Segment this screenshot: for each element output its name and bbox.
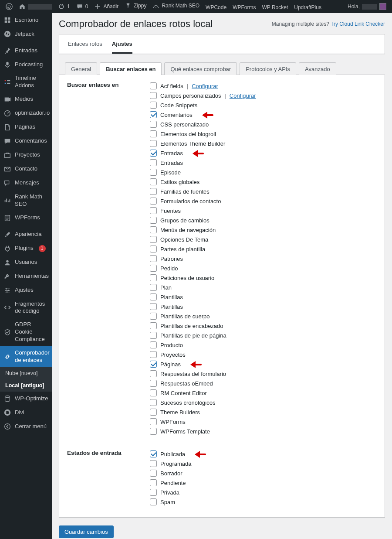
option-publicada[interactable]: Publicada — [150, 449, 377, 459]
menu-podcasting[interactable]: Podcasting — [0, 58, 52, 72]
option-estilos-globales[interactable]: Estilos globales — [150, 177, 377, 187]
option-rm-content-editor[interactable]: RM Content Editor — [150, 388, 377, 398]
option-comentarios[interactable]: Comentarios — [150, 110, 377, 119]
tab-broken-links[interactable]: Enlaces rotos — [68, 34, 102, 54]
menu-medios[interactable]: Medios — [0, 92, 52, 106]
checkbox-24[interactable] — [150, 313, 157, 320]
adminbar-zippy[interactable]: Zippy — [122, 0, 149, 12]
checkbox-18[interactable] — [150, 255, 157, 262]
menu-timeline-addons[interactable]: Timeline Addons — [0, 72, 52, 92]
checkbox-11[interactable] — [150, 188, 157, 195]
option-producto[interactable]: Producto — [150, 340, 377, 350]
checkbox-34[interactable] — [150, 409, 157, 416]
add-new[interactable]: Añadir — [91, 0, 122, 13]
option-plantillas[interactable]: Plantillas — [150, 292, 377, 302]
settings-tab-avanzado[interactable]: Avanzado — [299, 62, 336, 75]
checkbox-21[interactable] — [150, 284, 157, 291]
option-elementos-del-blogroll[interactable]: Elementos del blogroll — [150, 129, 377, 139]
menu-ajustes[interactable]: Ajustes — [0, 283, 52, 297]
menu-comentarios[interactable]: Comentarios — [0, 134, 52, 148]
checkbox-26[interactable] — [150, 332, 157, 339]
menu-fragmentos-de-c-digo[interactable]: Fragmentos de código — [0, 297, 52, 318]
checkbox-3[interactable] — [150, 111, 157, 118]
checkbox-19[interactable] — [150, 265, 157, 272]
checkbox-3[interactable] — [150, 479, 157, 486]
option-theme-builders[interactable]: Theme Builders — [150, 407, 377, 417]
option-acf-fields[interactable]: Acf fields | Configurar — [150, 81, 377, 91]
option-campos-personalizados[interactable]: Campos personalizados | Configurar — [150, 91, 377, 100]
menu-usuarios[interactable]: Usuarios — [0, 256, 52, 270]
submenu-local-antiguo-[interactable]: Local [antiguo] — [0, 379, 52, 392]
submenu-nube-nuevo-[interactable]: Nube [nuevo] — [0, 367, 52, 379]
checkbox-33[interactable] — [150, 399, 157, 406]
option-grupos-de-cambios[interactable]: Grupos de cambios — [150, 215, 377, 225]
option-plantillas-de-cuerpo[interactable]: Plantillas de cuerpo — [150, 311, 377, 321]
option-patrones[interactable]: Patrones — [150, 254, 377, 263]
menu-wpforms[interactable]: WPForms — [0, 211, 52, 225]
option-respuestas-del-formulario[interactable]: Respuestas del formulario — [150, 369, 377, 379]
checkbox-2[interactable] — [150, 102, 157, 109]
adminbar-rank-math-seo[interactable]: Rank Math SEO — [149, 0, 203, 12]
option-plantillas[interactable]: Plantillas — [150, 302, 377, 311]
updates-link[interactable]: 1 — [55, 0, 73, 13]
menu-proyectos[interactable]: Proyectos — [0, 148, 52, 162]
checkbox-1[interactable] — [150, 92, 157, 99]
option-plantillas-de-encabezado[interactable]: Plantillas de encabezado — [150, 321, 377, 331]
checkbox-32[interactable] — [150, 389, 157, 396]
checkbox-20[interactable] — [150, 274, 157, 281]
option-pendiente[interactable]: Pendiente — [150, 478, 377, 488]
menu-wp-optimize[interactable]: WP-Optimize — [0, 392, 52, 406]
settings-tab-protocolos-y-apis[interactable]: Protocolos y APIs — [240, 62, 296, 75]
option-episode[interactable]: Episode — [150, 167, 377, 177]
checkbox-29[interactable] — [150, 361, 157, 368]
option-borrador[interactable]: Borrador — [150, 468, 377, 478]
menu-plugins[interactable]: Plugins1 — [0, 242, 52, 256]
option-peticiones-de-usuario[interactable]: Peticiones de usuario — [150, 273, 377, 283]
menu-escritorio[interactable]: Escritorio — [0, 13, 52, 27]
checkbox-28[interactable] — [150, 351, 157, 358]
option-wpforms[interactable]: WPForms — [150, 417, 377, 426]
checkbox-27[interactable] — [150, 341, 157, 348]
settings-tab-buscar-enlaces-en[interactable]: Buscar enlaces en — [100, 62, 162, 75]
checkbox-30[interactable] — [150, 370, 157, 377]
option-sucesos-cronol-gicos[interactable]: Sucesos cronológicos — [150, 398, 377, 407]
checkbox-6[interactable] — [150, 140, 157, 147]
option-elementos-theme-builder[interactable]: Elementos Theme Builder — [150, 139, 377, 148]
my-account[interactable]: Hola, — [345, 0, 389, 13]
configure-link[interactable]: Configurar — [230, 92, 256, 99]
checkbox-22[interactable] — [150, 293, 157, 300]
menu-rank-math-seo[interactable]: Rank Math SEO — [0, 190, 52, 211]
option-wpforms-template[interactable]: WPForms Template — [150, 426, 377, 436]
checkbox-0[interactable] — [150, 450, 157, 457]
option-entradas[interactable]: Entradas — [150, 148, 377, 158]
menu-divi[interactable]: Divi — [0, 406, 52, 420]
option-men-s-de-navegaci-n[interactable]: Menús de navegación — [150, 225, 377, 235]
checkbox-4[interactable] — [150, 489, 157, 496]
menu-jetpack[interactable]: Jetpack — [0, 27, 52, 41]
option-proyectos[interactable]: Proyectos — [150, 350, 377, 359]
checkbox-17[interactable] — [150, 246, 157, 252]
option-respuestas-oembed[interactable]: Respuestas oEmbed — [150, 379, 377, 388]
adminbar-updraftplus[interactable]: UpdraftPlus — [291, 1, 324, 14]
checkbox-15[interactable] — [150, 226, 157, 233]
checkbox-12[interactable] — [150, 198, 157, 205]
checkbox-35[interactable] — [150, 418, 157, 425]
menu-herramientas[interactable]: Herramientas — [0, 270, 52, 283]
save-button[interactable]: Guardar cambios — [59, 525, 114, 538]
checkbox-9[interactable] — [150, 169, 157, 176]
option-formularios-de-contacto[interactable]: Formularios de contacto — [150, 196, 377, 206]
adminbar-wpcode[interactable]: WPCode — [203, 1, 230, 14]
checkbox-13[interactable] — [150, 207, 157, 214]
checkbox-5[interactable] — [150, 130, 157, 137]
menu-optimizador-io[interactable]: optimizador.io — [0, 106, 52, 120]
checkbox-14[interactable] — [150, 217, 157, 224]
option-opciones-de-tema[interactable]: Opciones De Tema — [150, 235, 377, 244]
option-code-snippets[interactable]: Code Snippets — [150, 100, 377, 110]
menu-entradas[interactable]: Entradas — [0, 44, 52, 58]
checkbox-31[interactable] — [150, 380, 157, 387]
checkbox-16[interactable] — [150, 236, 157, 243]
menu-cerrar-men-[interactable]: Cerrar menú — [0, 420, 52, 433]
option-familias-de-fuentes[interactable]: Familias de fuentes — [150, 187, 377, 196]
option-plantillas-de-pie-de-p-gina[interactable]: Plantillas de pie de página — [150, 331, 377, 340]
option-fuentes[interactable]: Fuentes — [150, 206, 377, 215]
